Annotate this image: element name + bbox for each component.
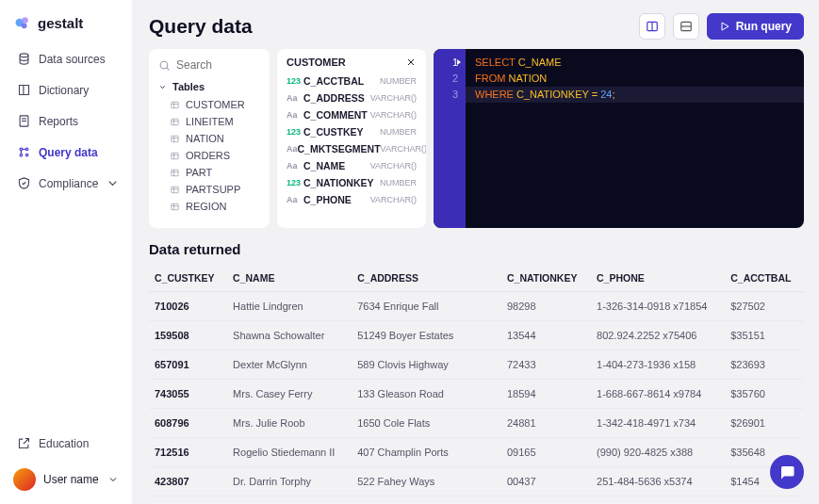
- column-row[interactable]: AaC_NAMEVARCHAR(): [277, 157, 426, 174]
- table-item[interactable]: NATION: [149, 130, 270, 147]
- run-query-button[interactable]: Run query: [707, 13, 804, 40]
- cell: 51249 Boyer Estates: [352, 321, 501, 350]
- nav-reports[interactable]: Reports: [9, 107, 123, 135]
- col-header[interactable]: C_ADDRESS: [352, 265, 501, 292]
- line-number: 3: [441, 87, 458, 103]
- col-header[interactable]: C_ACCTBAL: [725, 265, 804, 292]
- cell: Dr. Darrin Torphy: [227, 467, 352, 496]
- col-header[interactable]: C_PHONE: [591, 265, 725, 292]
- data-returned-heading: Data returned: [149, 241, 804, 257]
- cell: $35151: [725, 321, 804, 350]
- sql-identifier: C_NAME: [518, 57, 562, 68]
- external-link-icon: [17, 436, 31, 450]
- table-name: LINEITEM: [186, 116, 234, 127]
- col-header[interactable]: C_NATIONKEY: [501, 265, 591, 292]
- column-row[interactable]: AaC_MKTSEGMENTVARCHAR(): [277, 140, 426, 157]
- table-row[interactable]: 710026Hattie Lindgren7634 Enrique Fall98…: [149, 292, 804, 321]
- search-input[interactable]: [176, 58, 242, 72]
- cell: 522 Fahey Ways: [352, 467, 501, 496]
- database-icon: [17, 52, 31, 66]
- results-scroll[interactable]: C_CUSTKEY C_NAME C_ADDRESS C_NATIONKEY C…: [149, 265, 804, 504]
- cell: 1-404-273-1936 x158: [591, 350, 725, 380]
- column-row[interactable]: 123C_ACCTBALNUMBER: [277, 73, 426, 89]
- columns-panel: CUSTOMER 123C_ACCTBALNUMBERAaC_ADDRESSVA…: [277, 49, 426, 228]
- table-name: PARTSUPP: [186, 184, 240, 195]
- layout-stack-button[interactable]: [673, 13, 699, 40]
- column-name: C_CUSTKEY: [303, 126, 380, 138]
- svg-point-10: [25, 154, 28, 156]
- table-name: PART: [186, 167, 212, 178]
- sql-identifier: NATION: [508, 73, 547, 84]
- cell: 608796: [149, 409, 227, 438]
- brand-text: gestalt: [38, 15, 83, 31]
- line-gutter: 1 2 3: [434, 49, 466, 228]
- cell: 423807: [149, 467, 227, 496]
- table-item[interactable]: PARTSUPP: [149, 181, 270, 198]
- tables-header-label: Tables: [172, 81, 205, 92]
- table-row[interactable]: 608796Mrs. Julie Roob1650 Cole Flats2488…: [149, 409, 804, 438]
- nav-data-sources[interactable]: Data sources: [9, 45, 123, 73]
- svg-marker-17: [722, 23, 729, 30]
- nav-education[interactable]: Education: [9, 430, 123, 457]
- line-number: 2: [441, 71, 458, 87]
- table-row[interactable]: 712516Rogelio Stiedemann II407 Champlin …: [149, 438, 804, 467]
- sql-keyword: WHERE: [475, 89, 514, 100]
- column-row[interactable]: AaC_COMMENTVARCHAR(): [277, 106, 426, 123]
- close-icon[interactable]: [405, 57, 417, 68]
- results-table: C_CUSTKEY C_NAME C_ADDRESS C_NATIONKEY C…: [149, 265, 804, 504]
- cell: 174 Catharine Throughway: [352, 496, 501, 505]
- table-item[interactable]: REGION: [149, 198, 270, 215]
- column-row[interactable]: AaC_ADDRESSVARCHAR(): [277, 89, 426, 106]
- sql-editor[interactable]: 1 2 3 SELECT C_NAME FROM NATION WHERE C_…: [434, 49, 804, 228]
- table-row[interactable]: 159508Shawna Schowalter51249 Boyer Estat…: [149, 321, 804, 350]
- sql-identifier: C_NATIONKEY: [516, 89, 589, 100]
- cell: 710026: [149, 292, 227, 321]
- table-row[interactable]: 743055Mrs. Casey Ferry133 Gleason Road18…: [149, 380, 804, 409]
- svg-point-2: [22, 23, 27, 28]
- nav-dictionary[interactable]: Dictionary: [9, 76, 123, 104]
- column-row[interactable]: AaC_PHONEVARCHAR(): [277, 191, 426, 208]
- type-icon: Aa: [287, 195, 303, 204]
- svg-point-3: [20, 54, 28, 57]
- cell: Shawna Schowalter: [227, 321, 352, 350]
- cell: 13544: [501, 321, 591, 350]
- table-row[interactable]: 431819Norma Lind IV174 Catharine Through…: [149, 496, 804, 505]
- nav-label: Reports: [39, 115, 78, 128]
- search-box[interactable]: [149, 57, 270, 77]
- col-header[interactable]: C_NAME: [227, 265, 352, 292]
- nav-compliance[interactable]: Compliance: [9, 170, 123, 197]
- cell: 431819: [149, 496, 227, 505]
- table-icon: [170, 151, 180, 161]
- tables-tree-toggle[interactable]: Tables: [149, 77, 270, 96]
- table-row[interactable]: 423807Dr. Darrin Torphy522 Fahey Ways004…: [149, 467, 804, 496]
- column-name: C_COMMENT: [303, 109, 370, 121]
- sql-number: 24: [600, 89, 612, 100]
- table-item[interactable]: LINEITEM: [149, 113, 270, 130]
- split-horizontal-icon: [680, 20, 693, 33]
- nav-label: Query data: [39, 146, 98, 159]
- column-row[interactable]: 123C_CUSTKEYNUMBER: [277, 123, 426, 140]
- chat-fab[interactable]: [770, 455, 804, 489]
- cell: 7634 Enrique Fall: [352, 292, 501, 321]
- col-header[interactable]: C_CUSTKEY: [149, 265, 227, 292]
- cell: Hattie Lindgren: [227, 292, 352, 321]
- user-menu[interactable]: User name: [9, 461, 123, 491]
- column-row[interactable]: 123C_NATIONKEYNUMBER: [277, 174, 426, 191]
- query-icon: [17, 145, 31, 159]
- cell: 1-326-314-0918 x71854: [591, 292, 725, 321]
- table-browser: Tables CUSTOMERLINEITEMNATIONORDERSPARTP…: [149, 49, 270, 228]
- cell: 251-484-5636 x5374: [591, 467, 725, 496]
- selected-table-name: CUSTOMER: [287, 57, 346, 68]
- table-item[interactable]: PART: [149, 164, 270, 181]
- code-area[interactable]: SELECT C_NAME FROM NATION WHERE C_NATION…: [466, 49, 804, 228]
- avatar: [13, 468, 36, 491]
- table-item[interactable]: ORDERS: [149, 147, 270, 164]
- column-datatype: NUMBER: [380, 127, 417, 137]
- column-datatype: VARCHAR(): [381, 144, 426, 154]
- cell: 90296: [501, 496, 591, 505]
- table-row[interactable]: 657091Dexter McGlynn589 Clovis Highway72…: [149, 350, 804, 380]
- layout-split-button[interactable]: [639, 13, 665, 40]
- table-item[interactable]: CUSTOMER: [149, 96, 270, 113]
- type-icon: Aa: [287, 144, 298, 154]
- nav-query-data[interactable]: Query data: [9, 138, 123, 166]
